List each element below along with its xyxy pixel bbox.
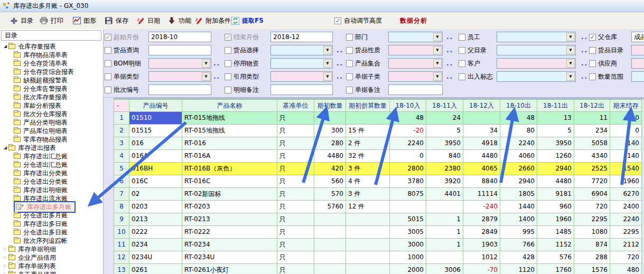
filter-select[interactable]: ▼	[388, 71, 443, 82]
filter-checkbox-group[interactable]: 货品性质	[346, 45, 380, 55]
row-number[interactable]: 7	[114, 188, 129, 201]
row-number[interactable]: 2	[114, 125, 129, 137]
row-number[interactable]: 5	[114, 163, 129, 175]
column-header-2[interactable]: 产品名称	[182, 99, 277, 112]
expand-icon[interactable]: ▷	[2, 270, 8, 274]
grid-cell[interactable]: RT-02新国标	[182, 188, 277, 201]
sidebar-item-21[interactable]: 分仓进出多月账	[14, 211, 68, 220]
grid-cell[interactable]: 只	[277, 251, 314, 264]
grid-cell[interactable]: 1260	[537, 150, 574, 163]
more-options-button[interactable]: ..	[337, 45, 343, 55]
filter-select[interactable]: ▼	[631, 45, 644, 55]
grid-cell[interactable]: 480	[610, 264, 642, 274]
more-options-button[interactable]: ..	[581, 32, 588, 42]
sidebar-item-23[interactable]: 分仓进出多日账	[14, 228, 68, 237]
more-options-button[interactable]: ..	[213, 71, 220, 82]
column-header-4[interactable]: 期初数量	[314, 99, 346, 112]
grid-cell[interactable]: 只	[277, 125, 314, 137]
filter-checkbox[interactable]	[459, 47, 465, 54]
filter-checkbox[interactable]	[105, 73, 111, 80]
column-header-1[interactable]: 产品编号	[129, 99, 182, 112]
grid-cell[interactable]: 1960	[610, 175, 642, 188]
sidebar-item-26[interactable]: ▷企业产品借用	[2, 253, 56, 262]
filter-checkbox-group[interactable]: 货品目录	[589, 45, 623, 55]
grid-cell[interactable]: 只	[277, 264, 314, 274]
grid-cell[interactable]: 2000	[390, 264, 426, 274]
grid-cell[interactable]	[314, 213, 346, 226]
grid-cell[interactable]: 4918	[463, 137, 500, 150]
grid-cell[interactable]	[426, 251, 463, 264]
filter-checkbox[interactable]	[346, 60, 353, 67]
grid-cell[interactable]: RT-016	[182, 137, 277, 150]
filter-input[interactable]: 成品	[631, 32, 644, 42]
grid-cell[interactable]: 1540	[610, 163, 642, 175]
grid-cell[interactable]	[346, 264, 390, 274]
grid-cell[interactable]: RT-016A	[182, 150, 277, 163]
sidebar-item-14[interactable]: 库存进出汇总账	[14, 152, 68, 160]
more-options-button[interactable]: ..	[337, 58, 343, 69]
filter-checkbox-group[interactable]: 批次编号	[105, 84, 139, 95]
more-options-button[interactable]: ..	[446, 71, 453, 82]
grid-cell[interactable]	[390, 201, 426, 213]
grid-cell[interactable]: 6270	[610, 188, 642, 201]
row-number[interactable]: 4	[114, 150, 129, 163]
expand-icon[interactable]: ▷	[2, 245, 8, 253]
grid-cell[interactable]: 80	[500, 125, 537, 137]
collapse-icon[interactable]: ◢	[2, 42, 8, 51]
grid-cell[interactable]: 2 件	[346, 137, 390, 150]
auto-height-checkbox[interactable]: ✓自动调节高度	[334, 16, 382, 25]
grid-cell[interactable]: 280	[314, 137, 346, 150]
grid-cell[interactable]	[314, 264, 346, 274]
grid-cell[interactable]: 140	[610, 137, 642, 150]
filter-checkbox[interactable]	[589, 47, 596, 54]
grid-cell[interactable]: 1	[426, 213, 463, 226]
filter-checkbox-group[interactable]: 停用物资	[225, 58, 259, 69]
grid-cell[interactable]: 48	[500, 112, 537, 125]
filter-checkbox[interactable]: ✓	[225, 34, 231, 41]
filter-checkbox-group[interactable]: 单据备注	[346, 84, 380, 95]
grid-cell[interactable]: 0213	[129, 213, 182, 226]
grid-cell[interactable]: 7720	[574, 175, 610, 188]
filter-checkbox-group[interactable]: ✓结束月份	[225, 32, 259, 42]
sidebar-item-16[interactable]: 库存进出分类账	[14, 169, 68, 177]
filter-checkbox-group[interactable]: 明细备注	[225, 84, 259, 95]
row-number[interactable]: 6	[114, 175, 129, 188]
grid-cell[interactable]: 5	[426, 125, 463, 137]
filter-checkbox-group[interactable]: 货品选择	[225, 45, 259, 55]
grid-cell[interactable]: 只	[277, 175, 314, 188]
filter-select[interactable]: ▼	[270, 71, 333, 82]
row-number[interactable]: 10	[114, 226, 129, 239]
grid-cell[interactable]: 4480	[537, 175, 574, 188]
grid-cell[interactable]: 只	[277, 239, 314, 251]
grid-cell[interactable]	[463, 112, 500, 125]
sidebar-item-22[interactable]: 库存进出多日账	[14, 220, 68, 228]
filter-checkbox-group[interactable]: 数量范围	[589, 71, 623, 82]
filter-checkbox[interactable]	[225, 47, 231, 54]
grid-cell[interactable]: 3 件	[346, 163, 390, 175]
toolbar-button-print[interactable]: 打印	[40, 15, 63, 26]
sidebar-item-17[interactable]: 分仓进出分类账	[14, 177, 68, 186]
filter-checkbox[interactable]	[105, 60, 111, 67]
grid-cell[interactable]	[346, 213, 390, 226]
row-number[interactable]: 13	[114, 264, 129, 274]
grid-cell[interactable]: 3920	[426, 175, 463, 188]
sidebar-item-10[interactable]: 产品分类明细表	[14, 118, 68, 127]
grid-cell[interactable]: 0203	[129, 201, 182, 213]
grid-cell[interactable]	[346, 251, 390, 264]
toolbar-button-date[interactable]: 日期	[136, 15, 160, 26]
filter-checkbox[interactable]	[105, 47, 111, 54]
grid-cell[interactable]: 2400	[610, 201, 642, 213]
column-header-6[interactable]: 18-10入	[390, 99, 426, 112]
grid-cell[interactable]: 只	[277, 201, 314, 213]
filter-checkbox[interactable]	[105, 87, 111, 93]
sidebar-item-3[interactable]: 分仓存货清单表	[14, 59, 68, 68]
grid-cell[interactable]: 016C	[129, 175, 182, 188]
grid-cell[interactable]: 只	[277, 163, 314, 175]
grid-cell[interactable]: 2295	[610, 226, 642, 239]
grid-cell[interactable]: -20	[390, 125, 426, 137]
filter-input[interactable]	[270, 84, 333, 95]
grid-cell[interactable]: 2525	[574, 163, 610, 175]
grid-cell[interactable]: RT-015地拖线	[182, 125, 277, 137]
sidebar-item-18[interactable]: 库存进出明细账	[14, 186, 68, 194]
grid-cell[interactable]: 1	[426, 239, 463, 251]
